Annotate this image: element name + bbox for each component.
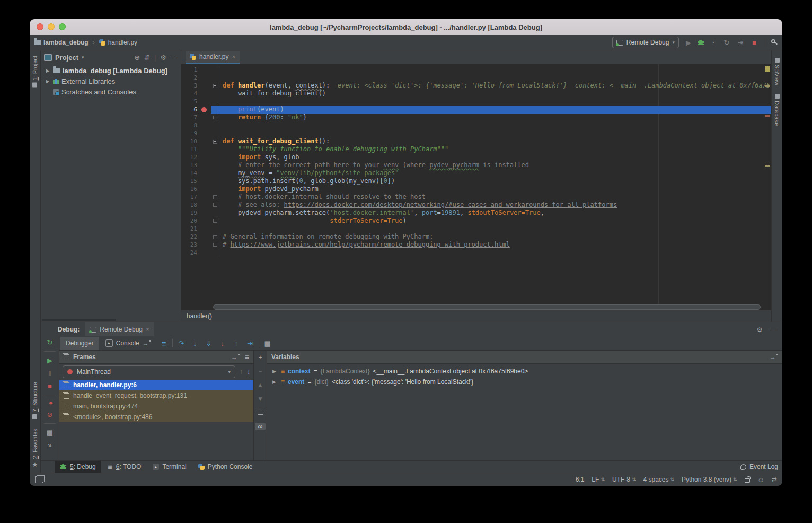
fold-open-icon[interactable] — [213, 195, 217, 199]
step-into-my-code-button[interactable]: ↓ — [216, 339, 229, 347]
view-breakpoints-button[interactable]: ●● — [44, 400, 56, 406]
code-line-16[interactable]: 16 import pydevd_pycharm — [181, 185, 771, 193]
variable-event[interactable]: ▶≡event = {dict} <class 'dict'>: {'messa… — [267, 377, 782, 387]
status-python-3-8-venv[interactable]: Python 3.8 (venv)⇅ — [682, 476, 737, 483]
rerun-button-icon[interactable]: ↻ — [721, 39, 732, 47]
move-up-button[interactable]: ▲ — [255, 381, 266, 389]
project-hscrollbar[interactable] — [42, 319, 116, 321]
variable-context[interactable]: ▶≡context = {LambdaContext} <__main__.La… — [267, 366, 782, 377]
hide-panel-icon[interactable]: — — [171, 54, 178, 62]
code-line-1[interactable]: 1 — [181, 66, 771, 74]
fold-end-icon[interactable] — [213, 243, 217, 247]
editor-breadcrumb[interactable]: handler() — [187, 312, 212, 320]
tree-item-lambda-debug-lambda-debug[interactable]: ▶lambda_debug [Lambda Debug] — [41, 65, 181, 76]
fold-end-icon[interactable] — [213, 219, 217, 223]
expand-arrow-icon[interactable]: ▶ — [272, 369, 278, 374]
frame-up-icon[interactable]: ↑ — [240, 368, 243, 376]
status-utf-8[interactable]: UTF-8⇅ — [612, 476, 636, 483]
pin-icon[interactable]: → — [231, 353, 240, 361]
restore-layout-button[interactable]: ▤ — [44, 429, 56, 437]
code-line-11[interactable]: 11 """Utility function to enable debuggi… — [181, 145, 771, 153]
project-panel-title[interactable]: Project — [55, 54, 78, 62]
fold-gutter[interactable] — [211, 137, 219, 145]
fold-end-icon[interactable] — [213, 203, 217, 207]
fold-open-icon[interactable] — [213, 84, 217, 88]
editor-hscrollbar-thumb[interactable] — [213, 304, 761, 310]
pin-icon[interactable]: → — [770, 353, 778, 361]
code-line-5[interactable]: 5 — [181, 98, 771, 106]
sidebar-tab-database[interactable]: Database — [774, 94, 780, 126]
expand-arrow-icon[interactable]: ▶ — [45, 79, 50, 84]
minimize-window-button[interactable] — [48, 23, 55, 30]
sidebar-tab-structure[interactable]: 7: Structure — [32, 382, 38, 419]
code-editor[interactable]: 123def handler(event, context): event: <… — [181, 64, 771, 304]
code-line-8[interactable]: 8 — [181, 121, 771, 129]
fold-gutter[interactable] — [211, 233, 219, 241]
add-watch-button[interactable]: + — [255, 354, 266, 361]
fold-gutter[interactable] — [211, 114, 219, 121]
code-line-22[interactable]: 22# General information on remote debugg… — [181, 233, 771, 241]
status-lf[interactable]: LF⇅ — [592, 476, 605, 483]
frame-module-bootstrap-py-486[interactable]: <module>, bootstrap.py:486 — [59, 412, 253, 422]
title-bar[interactable]: lambda_debug [~/PycharmProjects/lambda_d… — [30, 19, 782, 35]
toolwindow-button-6-todo[interactable]: ≣6: TODO — [103, 461, 146, 473]
toolwindow-button-5-debug[interactable]: 5: Debug — [55, 461, 101, 473]
close-window-button[interactable] — [37, 23, 43, 30]
code-line-13[interactable]: 13 # enter the correct path here to your… — [181, 161, 771, 169]
event-log-button[interactable]: Event Log — [740, 463, 778, 470]
toolwindow-button-python-console[interactable]: Python Console — [193, 461, 258, 473]
gear-icon[interactable]: ⚙ — [160, 54, 166, 62]
code-line-18[interactable]: 18 # see also: https://docs.docker.com/d… — [181, 201, 771, 209]
frame-handle-event-request-bootstrap-py-131[interactable]: handle_event_request, bootstrap.py:131 — [59, 390, 253, 401]
fold-gutter[interactable] — [211, 201, 219, 209]
code-line-12[interactable]: 12 import sys, glob — [181, 153, 771, 161]
show-execution-point-button[interactable]: ≡ — [157, 339, 170, 348]
duplicate-watch-button[interactable] — [255, 409, 266, 416]
sidebar-tab-sciview[interactable]: SciView — [774, 58, 780, 85]
code-line-3[interactable]: 3def handler(event, context): event: <cl… — [181, 82, 771, 90]
stop-button[interactable]: ■ — [44, 382, 56, 390]
code-line-23[interactable]: 23# https://www.jetbrains.com/help/pycha… — [181, 241, 771, 249]
rerun-button[interactable]: ↻ — [44, 338, 56, 346]
mute-breakpoints-button[interactable]: ⊘ — [44, 411, 56, 419]
remove-watch-button[interactable]: − — [255, 368, 266, 375]
zoom-window-button[interactable] — [59, 23, 66, 30]
more-button[interactable]: » — [44, 441, 56, 449]
frame-main-bootstrap-py-474[interactable]: main, bootstrap.py:474 — [59, 401, 253, 412]
tool-window-switcher-icon[interactable] — [35, 476, 43, 483]
fold-end-icon[interactable] — [213, 116, 217, 119]
dexter-icon[interactable]: ☺ — [757, 476, 764, 484]
sidebar-tab-favorites[interactable]: 2: Favorites — [32, 429, 38, 459]
code-line-17[interactable]: 17 # host.docker.internal should resolve… — [181, 193, 771, 201]
frame-down-icon[interactable]: ↓ — [247, 368, 250, 376]
code-line-24[interactable]: 24 — [181, 249, 771, 257]
code-line-9[interactable]: 9 — [181, 129, 771, 137]
debug-session-tab[interactable]: Remote Debug × — [85, 322, 154, 336]
frame-handler-handler-py-6[interactable]: handler, handler.py:6 — [59, 380, 253, 390]
search-everywhere-icon[interactable] — [771, 39, 778, 46]
lock-icon[interactable] — [745, 478, 750, 483]
code-line-4[interactable]: 4 wait_for_debug_client() — [181, 90, 771, 98]
editor-hscrollbar-track[interactable] — [181, 304, 771, 310]
evaluate-expression-button[interactable]: ▦ — [261, 339, 274, 347]
step-over-button[interactable]: ↷ — [175, 339, 188, 347]
fold-gutter[interactable] — [211, 217, 219, 225]
breakpoint-icon[interactable] — [201, 107, 207, 112]
stop-button-icon[interactable]: ■ — [749, 39, 760, 47]
code-line-10[interactable]: 10def wait_for_debug_client(): — [181, 137, 771, 145]
code-line-19[interactable]: 19 pydevd_pycharm.settrace('host.docker.… — [181, 209, 771, 217]
breadcrumb-project[interactable]: lambda_debug — [43, 39, 89, 46]
fold-gutter[interactable] — [211, 241, 219, 249]
tree-item-scratches-and-consoles[interactable]: Scratches and Consoles — [41, 86, 181, 97]
breakpoint-gutter[interactable] — [197, 107, 211, 112]
sync-question-icon[interactable]: ⇄ — [772, 476, 777, 483]
thread-selector[interactable]: MainThread ▾ — [63, 365, 235, 378]
show-watches-button[interactable]: ∞ — [255, 423, 266, 430]
fold-gutter[interactable] — [211, 82, 219, 90]
hide-panel-icon[interactable]: — — [769, 326, 776, 334]
pin-icon[interactable]: → — [143, 339, 151, 347]
collapse-all-icon[interactable]: ⇵ — [144, 54, 150, 62]
run-button-icon[interactable]: ▶ — [683, 39, 694, 47]
close-tab-icon[interactable]: × — [232, 54, 235, 60]
code-line-6[interactable]: 6 print(event) — [181, 106, 771, 114]
